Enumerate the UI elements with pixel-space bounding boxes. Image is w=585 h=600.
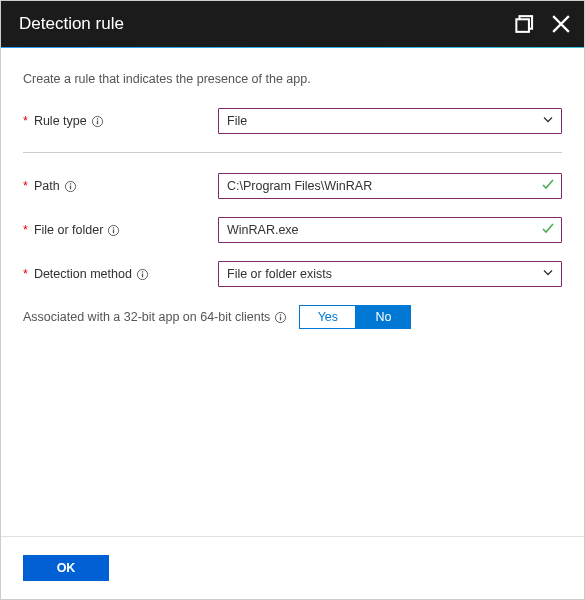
info-icon[interactable]	[64, 180, 77, 193]
svg-rect-17	[280, 316, 281, 320]
separator	[23, 152, 562, 153]
assoc-32bit-toggle: Yes No	[299, 305, 411, 329]
assoc-32bit-yes-button[interactable]: Yes	[299, 305, 355, 329]
required-marker: *	[23, 267, 28, 281]
label-file-or-folder: * File or folder	[23, 223, 218, 237]
info-icon[interactable]	[274, 311, 287, 324]
svg-rect-18	[280, 314, 281, 315]
svg-rect-8	[69, 185, 70, 189]
label-path: * Path	[23, 179, 218, 193]
info-icon[interactable]	[136, 268, 149, 281]
svg-rect-14	[142, 273, 143, 277]
detection-method-select[interactable]	[218, 261, 562, 287]
intro-text: Create a rule that indicates the presenc…	[23, 72, 562, 86]
required-marker: *	[23, 179, 28, 193]
row-detection-method: * Detection method	[23, 261, 562, 287]
row-assoc-32bit: Associated with a 32-bit app on 64-bit c…	[23, 305, 562, 329]
row-file-or-folder: * File or folder	[23, 217, 562, 243]
svg-rect-9	[69, 183, 70, 184]
file-or-folder-input[interactable]	[218, 217, 562, 243]
window-controls	[514, 1, 572, 47]
restore-icon[interactable]	[514, 13, 536, 35]
label-text: Path	[34, 179, 60, 193]
titlebar: Detection rule	[1, 1, 584, 47]
label-rule-type: * Rule type	[23, 114, 218, 128]
svg-rect-11	[113, 229, 114, 233]
label-text: Detection method	[34, 267, 132, 281]
label-detection-method: * Detection method	[23, 267, 218, 281]
row-rule-type: * Rule type	[23, 108, 562, 134]
label-text: Associated with a 32-bit app on 64-bit c…	[23, 310, 270, 324]
assoc-32bit-no-button[interactable]: No	[355, 305, 411, 329]
svg-rect-6	[97, 118, 98, 119]
rule-type-select[interactable]	[218, 108, 562, 134]
detection-rule-panel: Detection rule Create a rule that indica…	[0, 0, 585, 600]
required-marker: *	[23, 223, 28, 237]
panel-title: Detection rule	[19, 14, 124, 34]
ok-button[interactable]: OK	[23, 555, 109, 581]
row-path: * Path	[23, 173, 562, 199]
label-assoc-32bit: Associated with a 32-bit app on 64-bit c…	[23, 310, 287, 324]
svg-rect-12	[113, 227, 114, 228]
footer: OK	[1, 536, 584, 599]
svg-rect-5	[97, 120, 98, 124]
info-icon[interactable]	[107, 224, 120, 237]
content-area: Create a rule that indicates the presenc…	[1, 48, 584, 536]
required-marker: *	[23, 114, 28, 128]
info-icon[interactable]	[91, 115, 104, 128]
svg-rect-1	[516, 19, 529, 32]
label-text: Rule type	[34, 114, 87, 128]
label-text: File or folder	[34, 223, 103, 237]
close-icon[interactable]	[550, 13, 572, 35]
svg-rect-15	[142, 271, 143, 272]
path-input[interactable]	[218, 173, 562, 199]
